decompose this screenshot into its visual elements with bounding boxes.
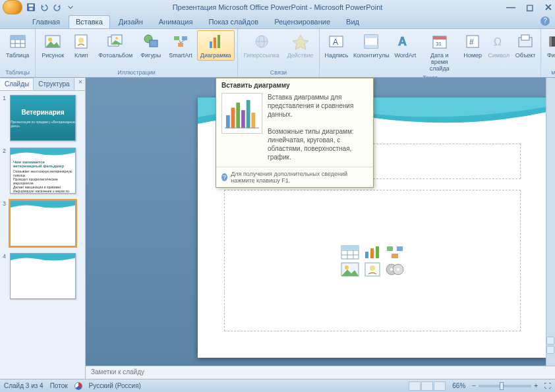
tooltip-chart-preview <box>221 93 262 134</box>
svg-line-22 <box>181 40 185 43</box>
tab-slideshow[interactable]: Показ слайдов <box>201 15 266 28</box>
office-button[interactable] <box>3 0 22 14</box>
prev-slide-button[interactable] <box>546 337 554 345</box>
svg-rect-32 <box>365 35 378 38</box>
content-placeholder[interactable] <box>224 190 521 331</box>
insert-picture-icon[interactable] <box>341 262 359 277</box>
qat-dropdown-icon[interactable] <box>65 1 76 13</box>
insert-media-icon[interactable] <box>386 262 404 277</box>
normal-view-button[interactable] <box>409 381 421 391</box>
number-icon: # <box>463 32 482 51</box>
zoom-slider[interactable] <box>479 385 531 387</box>
svg-text:Ω: Ω <box>494 36 502 47</box>
svg-text:#: # <box>469 38 474 47</box>
slide-thumb-2[interactable]: Чем занимается ветеринарный фельдшер Ока… <box>10 148 76 194</box>
close-button[interactable]: ✕ <box>544 2 552 13</box>
slide-panel: Слайды Структура × 1 Ветеринария Презент… <box>0 78 86 379</box>
photoalbum-button[interactable]: Фотоальбом <box>95 30 136 61</box>
table-button[interactable]: Таблица <box>3 30 32 61</box>
datetime-button[interactable]: 31Дата и время слайда <box>420 30 459 74</box>
movie-button[interactable]: Фильм <box>544 30 555 61</box>
svg-point-12 <box>78 38 84 43</box>
tab-review[interactable]: Рецензирование <box>267 15 337 28</box>
svg-point-60 <box>345 266 349 269</box>
textbox-icon: A <box>327 32 345 51</box>
panel-close-icon[interactable]: × <box>74 78 86 90</box>
group-label-media: Клипы мультимедиа <box>544 62 555 77</box>
wordart-icon: A <box>396 32 415 51</box>
svg-point-15 <box>115 37 118 40</box>
tab-animation[interactable]: Анимация <box>152 15 200 28</box>
zoom-out-button[interactable]: − <box>472 382 476 389</box>
minimize-button[interactable]: — <box>506 2 515 13</box>
smartart-icon <box>171 32 190 51</box>
svg-rect-67 <box>226 115 230 128</box>
ribbon: Таблица Таблицы Рисунок Клип Фотоальбом … <box>0 29 555 78</box>
svg-text:31: 31 <box>436 41 442 47</box>
object-button[interactable]: Объект <box>513 30 538 61</box>
notes-pane[interactable]: Заметки к слайду <box>86 366 555 379</box>
svg-rect-20 <box>178 43 183 47</box>
slide-thumb-3[interactable] <box>10 200 76 246</box>
tab-view[interactable]: Вид <box>339 15 366 28</box>
theme-name: Поток <box>50 382 68 389</box>
svg-rect-17 <box>150 40 158 47</box>
next-slide-button[interactable] <box>546 346 554 354</box>
hyperlink-icon <box>252 32 271 51</box>
window-title: Презентация Microsoft Office PowerPoint … <box>173 3 383 11</box>
help-icon[interactable]: ? <box>540 16 550 26</box>
photoalbum-icon <box>106 32 125 51</box>
shapes-button[interactable]: Фигуры <box>137 30 164 61</box>
svg-text:A: A <box>333 38 338 47</box>
slide-thumb-4[interactable] <box>10 253 76 299</box>
slide-thumb-1[interactable]: Ветеринария Презентация по предмету «Вет… <box>10 95 76 141</box>
insert-table-icon[interactable] <box>341 245 359 260</box>
slideshow-view-button[interactable] <box>434 381 446 391</box>
svg-rect-25 <box>218 35 220 48</box>
language-icon <box>74 382 82 390</box>
insert-smartart-icon[interactable] <box>386 245 404 260</box>
svg-text:A: A <box>398 35 407 48</box>
textbox-button[interactable]: AНадпись <box>322 30 350 61</box>
language-label[interactable]: Русский (Россия) <box>89 382 141 389</box>
status-bar: Слайд 3 из 4 Поток Русский (Россия) 66% … <box>0 379 555 392</box>
svg-rect-8 <box>11 36 25 40</box>
clip-button[interactable]: Клип <box>69 30 94 61</box>
group-label-tables: Таблицы <box>5 69 30 77</box>
svg-rect-57 <box>397 246 403 251</box>
action-button: Действие <box>284 30 317 61</box>
tab-insert[interactable]: Вставка <box>69 15 110 28</box>
svg-point-10 <box>48 38 52 42</box>
undo-icon[interactable] <box>38 1 50 13</box>
picture-button[interactable]: Рисунок <box>38 30 67 61</box>
vertical-scrollbar[interactable] <box>546 78 555 366</box>
sorter-view-button[interactable] <box>421 381 433 391</box>
tab-home[interactable]: Главная <box>25 15 67 28</box>
svg-rect-56 <box>387 246 393 251</box>
maximize-button[interactable]: ◻ <box>526 2 534 13</box>
svg-point-62 <box>370 266 375 271</box>
headerfooter-button[interactable]: Колонтитулы <box>352 30 391 61</box>
movie-icon <box>547 32 555 51</box>
chart-button[interactable]: Диаграмма <box>197 30 235 61</box>
tab-design[interactable]: Дизайн <box>111 15 150 28</box>
slidenumber-button[interactable]: #Номер <box>461 30 484 61</box>
svg-rect-71 <box>247 100 250 128</box>
svg-rect-55 <box>376 246 379 258</box>
object-icon <box>516 32 535 51</box>
quick-access-toolbar <box>25 1 76 13</box>
slides-tab[interactable]: Слайды <box>0 78 34 90</box>
zoom-in-button[interactable]: + <box>534 382 538 389</box>
svg-rect-54 <box>370 248 374 258</box>
outline-tab[interactable]: Структура <box>34 78 74 90</box>
svg-line-21 <box>179 40 181 43</box>
smartart-button[interactable]: SmartArt <box>165 30 196 61</box>
redo-icon[interactable] <box>51 1 63 13</box>
wordart-button[interactable]: AWordArt <box>392 30 419 61</box>
zoom-level[interactable]: 66% <box>452 382 465 389</box>
insert-clipart-icon[interactable] <box>363 262 382 277</box>
save-icon[interactable] <box>25 1 37 13</box>
insert-chart-icon[interactable] <box>363 245 382 260</box>
svg-rect-69 <box>236 103 240 128</box>
fit-window-button[interactable]: ⛶ <box>544 382 551 389</box>
